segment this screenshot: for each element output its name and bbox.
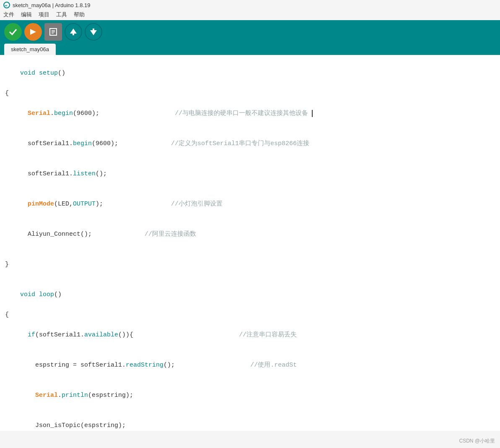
menu-edit[interactable]: 编辑: [21, 11, 32, 18]
code-area[interactable]: void setup() { Serial.begin(9600); //与电脑…: [0, 55, 500, 431]
code-line: Serial.println(espstring);: [0, 380, 500, 411]
arrow-up-icon: [69, 27, 78, 36]
code-line: if(softSerial1.available()){ //注意串口容易丢失: [0, 320, 500, 350]
checkmark-icon: [8, 27, 18, 36]
svg-rect-8: [73, 34, 74, 35]
save-button[interactable]: [85, 23, 102, 41]
new-file-icon: [49, 27, 58, 36]
menu-file[interactable]: 文件: [3, 11, 14, 18]
sketch-tab[interactable]: sketch_may06a: [4, 44, 56, 55]
code-line: {: [0, 310, 500, 320]
code-line: Serial.begin(9600); //与电脑连接的硬串口一般不建议连接其他…: [0, 99, 500, 129]
upload-button[interactable]: [24, 23, 42, 41]
open-button[interactable]: [65, 23, 82, 41]
menu-help[interactable]: 帮助: [74, 11, 85, 18]
svg-rect-10: [93, 29, 94, 30]
code-line: pinMode(LED,OUTPUT); //小灯泡引脚设置: [0, 189, 500, 219]
code-line: Json_isTopic(espstring);: [0, 411, 500, 431]
arrow-down-icon: [89, 27, 98, 36]
code-line: softSerial1.begin(9600); //定义为softSerial…: [0, 129, 500, 159]
verify-button[interactable]: [4, 23, 22, 41]
code-line: {: [0, 89, 500, 99]
svg-marker-7: [70, 29, 77, 34]
code-line: Aliyun_Connect(); //阿里云连接函数: [0, 219, 500, 250]
new-button[interactable]: [44, 23, 62, 41]
tab-bar: sketch_may06a: [0, 44, 500, 55]
code-line: }: [0, 260, 500, 270]
menu-tools[interactable]: 工具: [56, 11, 67, 18]
code-line: void setup(): [0, 58, 500, 89]
window-title: sketch_may06a | Arduino 1.8.19: [13, 2, 91, 8]
menu-bar: 文件 编辑 项目 工具 帮助: [0, 10, 500, 20]
title-bar: ∞ sketch_may06a | Arduino 1.8.19: [0, 0, 500, 10]
menu-project[interactable]: 项目: [39, 11, 49, 18]
svg-text:∞: ∞: [5, 3, 8, 8]
code-line: espstring = softSerial1.readString(); //…: [0, 350, 500, 380]
svg-marker-9: [90, 30, 97, 35]
code-line-blank: [0, 270, 500, 280]
svg-marker-2: [30, 29, 36, 35]
watermark: CSDN @小哈里: [459, 438, 495, 445]
toolbar: [0, 20, 500, 44]
code-line: softSerial1.listen();: [0, 159, 500, 189]
code-line-blank: [0, 250, 500, 260]
code-line: void loop(): [0, 280, 500, 310]
arrow-right-icon: [28, 27, 38, 36]
arduino-logo-icon: ∞: [3, 2, 10, 8]
